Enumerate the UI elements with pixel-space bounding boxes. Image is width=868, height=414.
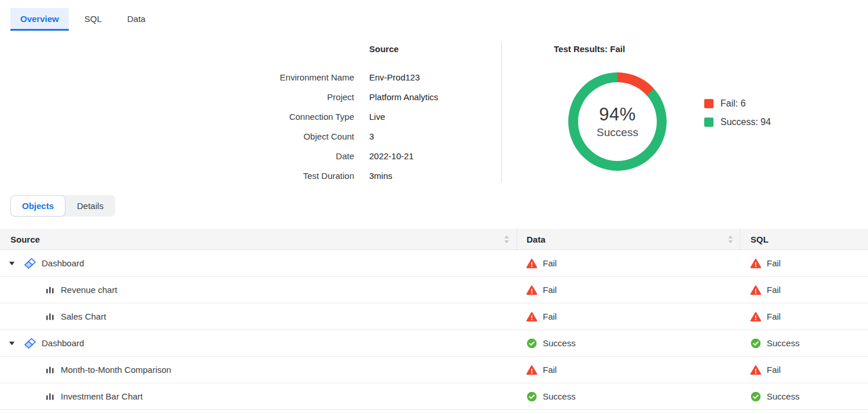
status-label: Fail bbox=[767, 258, 781, 268]
status-cell: Fail bbox=[740, 277, 868, 303]
source-field-label: Test Duration bbox=[123, 166, 354, 186]
source-field-label: Project bbox=[123, 87, 354, 107]
status-cell: Fail bbox=[740, 303, 868, 329]
chart-legend: Fail: 6Success: 94 bbox=[704, 98, 771, 135]
source-cell: Revenue chart bbox=[0, 277, 517, 303]
status-cell: Fail bbox=[517, 250, 740, 276]
status-label: Fail bbox=[767, 312, 781, 321]
sort-carets-icon[interactable] bbox=[727, 235, 734, 244]
status-cell: Success bbox=[740, 330, 868, 356]
tab-overview[interactable]: Overview bbox=[10, 8, 69, 31]
status-cell: Success bbox=[740, 383, 868, 409]
warning-triangle-icon bbox=[526, 364, 538, 376]
source-field-value: 3 bbox=[369, 127, 438, 146]
status-label: Success bbox=[767, 391, 800, 401]
view-toggle: Objects Details bbox=[10, 195, 115, 217]
object-label: Revenue chart bbox=[61, 285, 117, 295]
warning-triangle-icon bbox=[526, 258, 538, 269]
table-row[interactable]: Investment Bar Chart Success Success bbox=[0, 383, 868, 410]
check-circle-icon bbox=[526, 391, 538, 402]
column-header-source[interactable]: Source bbox=[0, 229, 517, 250]
check-circle-icon bbox=[750, 338, 762, 349]
donut-center: 94% Success bbox=[578, 82, 657, 161]
source-field-value: Platform Analytics bbox=[369, 87, 438, 107]
bar-chart-icon bbox=[45, 312, 55, 321]
source-field-value: 3mins bbox=[369, 166, 438, 186]
source-fields: Environment NameEnv-Prod123ProjectPlatfo… bbox=[123, 68, 438, 186]
source-field-label: Date bbox=[123, 146, 354, 166]
page: Overview SQL Data Source Environment Nam… bbox=[0, 0, 868, 414]
tab-sql[interactable]: SQL bbox=[75, 8, 112, 31]
table-row[interactable]: Revenue chart Fail Fail bbox=[0, 277, 868, 303]
source-field-label: Connection Type bbox=[123, 107, 354, 127]
table-row[interactable]: Dashboard Success Success bbox=[0, 330, 868, 357]
column-header-sql-label: SQL bbox=[751, 235, 768, 244]
object-label: Dashboard bbox=[42, 338, 84, 348]
status-cell: Success bbox=[517, 383, 740, 409]
column-header-data[interactable]: Data bbox=[517, 229, 740, 250]
source-field-value: 2022-10-21 bbox=[369, 146, 438, 166]
status-label: Fail bbox=[543, 258, 557, 268]
dashboard-icon bbox=[23, 336, 37, 350]
status-cell: Success bbox=[517, 330, 740, 356]
object-label: Investment Bar Chart bbox=[61, 391, 143, 401]
warning-triangle-icon bbox=[526, 284, 538, 296]
warning-triangle-icon bbox=[750, 284, 762, 296]
object-label: Sales Chart bbox=[61, 312, 106, 321]
warning-triangle-icon bbox=[526, 311, 538, 323]
source-panel-title: Source bbox=[369, 44, 399, 54]
status-label: Success bbox=[767, 338, 800, 348]
status-cell: Fail bbox=[517, 357, 740, 383]
tab-data[interactable]: Data bbox=[117, 8, 156, 31]
source-cell: Month-to-Month Comparison bbox=[0, 357, 517, 383]
source-cell: Sales Chart bbox=[0, 303, 517, 329]
status-label: Fail bbox=[543, 312, 557, 321]
table-header: Source Data SQL bbox=[0, 229, 868, 250]
column-header-data-label: Data bbox=[527, 235, 546, 244]
test-results-title: Test Results: Fail bbox=[554, 44, 625, 54]
object-label: Dashboard bbox=[42, 258, 84, 268]
legend-label: Success: 94 bbox=[720, 117, 771, 127]
status-label: Fail bbox=[767, 365, 781, 375]
column-header-sql[interactable]: SQL bbox=[740, 229, 868, 250]
object-label: Month-to-Month Comparison bbox=[61, 365, 171, 375]
status-label: Fail bbox=[767, 285, 781, 295]
vertical-divider bbox=[501, 42, 502, 183]
source-field-value: Env-Prod123 bbox=[369, 68, 438, 87]
warning-triangle-icon bbox=[750, 364, 762, 376]
source-field-label: Environment Name bbox=[123, 68, 354, 87]
details-button[interactable]: Details bbox=[65, 195, 115, 217]
check-circle-icon bbox=[526, 338, 538, 349]
objects-button[interactable]: Objects bbox=[10, 195, 65, 217]
status-cell: Fail bbox=[740, 250, 868, 276]
donut-center-label: Success bbox=[597, 126, 638, 139]
status-label: Success bbox=[543, 338, 576, 348]
status-cell: Fail bbox=[517, 277, 740, 303]
status-cell: Fail bbox=[517, 303, 740, 329]
status-label: Fail bbox=[543, 285, 557, 295]
objects-table: Source Data SQL Dashboard Fail Fail bbox=[0, 229, 868, 410]
legend-label: Fail: 6 bbox=[720, 98, 746, 109]
bar-chart-icon bbox=[45, 365, 55, 375]
source-cell: Dashboard bbox=[0, 330, 517, 356]
column-header-source-label: Source bbox=[10, 235, 40, 244]
sort-carets-icon[interactable] bbox=[503, 235, 510, 244]
table-row[interactable]: Sales Chart Fail Fail bbox=[0, 303, 868, 330]
bar-chart-icon bbox=[45, 285, 55, 295]
legend-swatch-icon bbox=[704, 118, 713, 127]
legend-swatch-icon bbox=[704, 99, 713, 108]
donut-percent: 94% bbox=[599, 104, 636, 125]
warning-triangle-icon bbox=[750, 311, 762, 323]
status-label: Fail bbox=[543, 365, 557, 375]
legend-item: Success: 94 bbox=[704, 117, 771, 127]
caret-down-icon[interactable] bbox=[8, 341, 15, 346]
caret-down-icon[interactable] bbox=[8, 261, 15, 266]
source-field-label: Object Count bbox=[123, 127, 354, 146]
table-row[interactable]: Month-to-Month Comparison Fail Fail bbox=[0, 357, 868, 383]
tab-bar: Overview SQL Data bbox=[10, 8, 155, 31]
source-field-value: Live bbox=[369, 107, 438, 127]
table-row[interactable]: Dashboard Fail Fail bbox=[0, 250, 868, 277]
bar-chart-icon bbox=[45, 391, 55, 401]
warning-triangle-icon bbox=[750, 258, 762, 269]
legend-item: Fail: 6 bbox=[704, 98, 771, 109]
